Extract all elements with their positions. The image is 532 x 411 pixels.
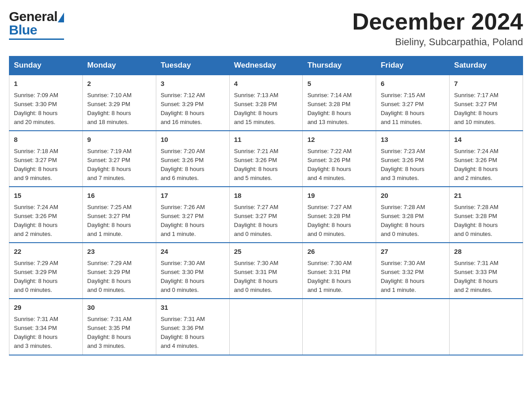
logo-blue-text: Blue — [9, 22, 37, 38]
calendar-cell: 25Sunrise: 7:30 AMSunset: 3:31 PMDayligh… — [229, 243, 303, 299]
day-info: Sunrise: 7:24 AMSunset: 3:26 PMDaylight:… — [14, 203, 78, 239]
calendar-cell: 7Sunrise: 7:17 AMSunset: 3:27 PMDaylight… — [450, 75, 523, 131]
day-info: Sunrise: 7:31 AMSunset: 3:35 PMDaylight:… — [87, 315, 151, 351]
day-number: 18 — [234, 191, 298, 201]
day-number: 10 — [161, 135, 225, 145]
day-info: Sunrise: 7:25 AMSunset: 3:27 PMDaylight:… — [87, 203, 151, 239]
calendar-cell: 27Sunrise: 7:30 AMSunset: 3:32 PMDayligh… — [376, 243, 450, 299]
header-thursday: Thursday — [303, 56, 376, 75]
day-info: Sunrise: 7:15 AMSunset: 3:27 PMDaylight:… — [381, 91, 445, 127]
days-header-row: Sunday Monday Tuesday Wednesday Thursday… — [9, 56, 523, 75]
calendar-cell: 22Sunrise: 7:29 AMSunset: 3:29 PMDayligh… — [9, 243, 83, 299]
day-info: Sunrise: 7:22 AMSunset: 3:26 PMDaylight:… — [307, 147, 371, 183]
location-title: Bieliny, Subcarpathia, Poland — [352, 36, 523, 48]
day-number: 21 — [454, 191, 518, 201]
day-number: 29 — [14, 303, 78, 313]
calendar-cell: 30Sunrise: 7:31 AMSunset: 3:35 PMDayligh… — [82, 299, 156, 355]
day-info: Sunrise: 7:23 AMSunset: 3:26 PMDaylight:… — [381, 147, 445, 183]
calendar-cell: 15Sunrise: 7:24 AMSunset: 3:26 PMDayligh… — [9, 187, 83, 243]
calendar-cell: 14Sunrise: 7:24 AMSunset: 3:26 PMDayligh… — [450, 131, 523, 187]
day-number: 16 — [87, 191, 151, 201]
calendar-cell: 9Sunrise: 7:19 AMSunset: 3:27 PMDaylight… — [82, 131, 156, 187]
day-number: 30 — [87, 303, 151, 313]
calendar-cell: 3Sunrise: 7:12 AMSunset: 3:29 PMDaylight… — [156, 75, 229, 131]
day-info: Sunrise: 7:28 AMSunset: 3:28 PMDaylight:… — [381, 203, 445, 239]
day-info: Sunrise: 7:30 AMSunset: 3:32 PMDaylight:… — [381, 259, 445, 295]
day-number: 31 — [161, 303, 225, 313]
day-number: 14 — [454, 135, 518, 145]
calendar-cell — [229, 299, 303, 355]
day-number: 26 — [307, 247, 371, 257]
day-number: 13 — [381, 135, 445, 145]
day-info: Sunrise: 7:30 AMSunset: 3:31 PMDaylight:… — [234, 259, 298, 295]
title-section: December 2024 Bieliny, Subcarpathia, Pol… — [352, 9, 523, 48]
calendar-cell: 13Sunrise: 7:23 AMSunset: 3:26 PMDayligh… — [376, 131, 450, 187]
day-info: Sunrise: 7:31 AMSunset: 3:34 PMDaylight:… — [14, 315, 78, 351]
day-info: Sunrise: 7:29 AMSunset: 3:29 PMDaylight:… — [14, 259, 78, 295]
day-info: Sunrise: 7:10 AMSunset: 3:29 PMDaylight:… — [87, 91, 151, 127]
day-info: Sunrise: 7:13 AMSunset: 3:28 PMDaylight:… — [234, 91, 298, 127]
day-number: 24 — [161, 247, 225, 257]
calendar-week-row: 15Sunrise: 7:24 AMSunset: 3:26 PMDayligh… — [9, 187, 523, 243]
day-number: 23 — [87, 247, 151, 257]
day-number: 11 — [234, 135, 298, 145]
logo: General Blue — [9, 9, 64, 40]
day-number: 5 — [307, 79, 371, 89]
day-number: 1 — [14, 79, 78, 89]
calendar-cell: 21Sunrise: 7:28 AMSunset: 3:28 PMDayligh… — [450, 187, 523, 243]
day-number: 3 — [161, 79, 225, 89]
calendar-cell: 28Sunrise: 7:31 AMSunset: 3:33 PMDayligh… — [450, 243, 523, 299]
calendar-cell: 10Sunrise: 7:20 AMSunset: 3:26 PMDayligh… — [156, 131, 229, 187]
calendar-cell: 18Sunrise: 7:27 AMSunset: 3:27 PMDayligh… — [229, 187, 303, 243]
calendar-cell: 29Sunrise: 7:31 AMSunset: 3:34 PMDayligh… — [9, 299, 83, 355]
calendar-cell: 12Sunrise: 7:22 AMSunset: 3:26 PMDayligh… — [303, 131, 376, 187]
day-number: 20 — [381, 191, 445, 201]
calendar-table: Sunday Monday Tuesday Wednesday Thursday… — [9, 56, 523, 355]
day-number: 9 — [87, 135, 151, 145]
calendar-cell — [376, 299, 450, 355]
day-number: 17 — [161, 191, 225, 201]
day-info: Sunrise: 7:17 AMSunset: 3:27 PMDaylight:… — [454, 91, 518, 127]
calendar-week-row: 1Sunrise: 7:09 AMSunset: 3:30 PMDaylight… — [9, 75, 523, 131]
month-title: December 2024 — [352, 9, 523, 34]
header-wednesday: Wednesday — [229, 56, 303, 75]
day-info: Sunrise: 7:27 AMSunset: 3:27 PMDaylight:… — [234, 203, 298, 239]
day-number: 4 — [234, 79, 298, 89]
calendar-cell: 2Sunrise: 7:10 AMSunset: 3:29 PMDaylight… — [82, 75, 156, 131]
day-info: Sunrise: 7:14 AMSunset: 3:28 PMDaylight:… — [307, 91, 371, 127]
day-info: Sunrise: 7:29 AMSunset: 3:29 PMDaylight:… — [87, 259, 151, 295]
day-number: 25 — [234, 247, 298, 257]
calendar-cell: 6Sunrise: 7:15 AMSunset: 3:27 PMDaylight… — [376, 75, 450, 131]
day-info: Sunrise: 7:27 AMSunset: 3:28 PMDaylight:… — [307, 203, 371, 239]
day-number: 19 — [307, 191, 371, 201]
calendar-body: 1Sunrise: 7:09 AMSunset: 3:30 PMDaylight… — [9, 75, 523, 355]
calendar-cell: 23Sunrise: 7:29 AMSunset: 3:29 PMDayligh… — [82, 243, 156, 299]
calendar-cell: 4Sunrise: 7:13 AMSunset: 3:28 PMDaylight… — [229, 75, 303, 131]
header-friday: Friday — [376, 56, 450, 75]
day-info: Sunrise: 7:30 AMSunset: 3:31 PMDaylight:… — [307, 259, 371, 295]
calendar-cell: 31Sunrise: 7:31 AMSunset: 3:36 PMDayligh… — [156, 299, 229, 355]
day-number: 27 — [381, 247, 445, 257]
day-info: Sunrise: 7:31 AMSunset: 3:33 PMDaylight:… — [454, 259, 518, 295]
calendar-cell: 11Sunrise: 7:21 AMSunset: 3:26 PMDayligh… — [229, 131, 303, 187]
logo-underline — [9, 39, 64, 40]
calendar-week-row: 29Sunrise: 7:31 AMSunset: 3:34 PMDayligh… — [9, 299, 523, 355]
day-info: Sunrise: 7:26 AMSunset: 3:27 PMDaylight:… — [161, 203, 225, 239]
calendar-cell: 16Sunrise: 7:25 AMSunset: 3:27 PMDayligh… — [82, 187, 156, 243]
calendar-cell: 24Sunrise: 7:30 AMSunset: 3:30 PMDayligh… — [156, 243, 229, 299]
day-info: Sunrise: 7:24 AMSunset: 3:26 PMDaylight:… — [454, 147, 518, 183]
calendar-header: Sunday Monday Tuesday Wednesday Thursday… — [9, 56, 523, 75]
day-number: 28 — [454, 247, 518, 257]
calendar-cell: 1Sunrise: 7:09 AMSunset: 3:30 PMDaylight… — [9, 75, 83, 131]
calendar-cell: 20Sunrise: 7:28 AMSunset: 3:28 PMDayligh… — [376, 187, 450, 243]
page-header: General Blue December 2024 Bieliny, Subc… — [9, 9, 523, 48]
calendar-week-row: 8Sunrise: 7:18 AMSunset: 3:27 PMDaylight… — [9, 131, 523, 187]
calendar-cell — [450, 299, 523, 355]
calendar-week-row: 22Sunrise: 7:29 AMSunset: 3:29 PMDayligh… — [9, 243, 523, 299]
calendar-cell: 19Sunrise: 7:27 AMSunset: 3:28 PMDayligh… — [303, 187, 376, 243]
day-info: Sunrise: 7:31 AMSunset: 3:36 PMDaylight:… — [161, 315, 225, 351]
day-number: 12 — [307, 135, 371, 145]
calendar-cell: 26Sunrise: 7:30 AMSunset: 3:31 PMDayligh… — [303, 243, 376, 299]
day-info: Sunrise: 7:19 AMSunset: 3:27 PMDaylight:… — [87, 147, 151, 183]
day-number: 2 — [87, 79, 151, 89]
